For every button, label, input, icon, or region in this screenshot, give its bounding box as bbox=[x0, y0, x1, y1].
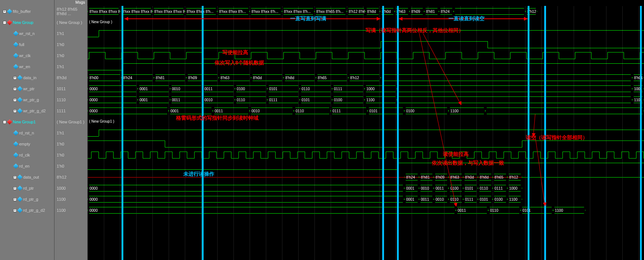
signal-value-New Group: ( New Group ) bbox=[54, 17, 87, 28]
bus-value: 0111 bbox=[332, 85, 365, 92]
signal-name-rd_clk[interactable]: rd_clk bbox=[0, 150, 54, 161]
signal-name-rd_en[interactable]: rd_en bbox=[0, 161, 54, 172]
signal-name-data_out[interactable]: +data_out bbox=[0, 172, 54, 183]
bus-value: 1100 bbox=[507, 196, 522, 203]
wave-row-wr_en bbox=[88, 61, 644, 72]
signal-label: wr_rst_n bbox=[19, 31, 35, 36]
bus-value: 0010 bbox=[250, 108, 294, 114]
signal-diamond-icon bbox=[13, 164, 18, 169]
expand-icon[interactable]: + bbox=[3, 10, 6, 13]
bus-value: 1100 bbox=[365, 96, 397, 103]
expand-icon[interactable]: + bbox=[13, 187, 17, 190]
signal-value-rd_clk: 1'h0 bbox=[54, 150, 87, 161]
signal-label: wr_ptr_g_d2 bbox=[23, 109, 46, 113]
wave-row-rd_ptr_g: 000000010011001001100111010101001100 bbox=[88, 194, 644, 205]
expand-icon[interactable]: + bbox=[13, 176, 17, 179]
bus-value: 0100 bbox=[448, 185, 463, 192]
bus-value: 0011 bbox=[170, 96, 203, 103]
expand-icon[interactable]: + bbox=[13, 76, 17, 80]
signal-value-wr_clk: 1'h0 bbox=[54, 50, 87, 61]
bus-value: 0010 bbox=[434, 196, 448, 203]
signal-name-rd_ptr[interactable]: +rd_ptr bbox=[0, 183, 54, 194]
signal-name-data_in[interactable]: +data_in bbox=[0, 72, 54, 83]
signal-label: data_out bbox=[23, 175, 39, 179]
bus-value: 8'h01 bbox=[632, 74, 644, 81]
signal-name-wr_ptr_g[interactable]: +wr_ptr_g bbox=[0, 94, 54, 105]
signal-name-wr_en[interactable]: wr_en bbox=[0, 61, 54, 72]
signal-name-rd_rst_n[interactable]: rd_rst_n bbox=[0, 127, 54, 138]
signal-value-rd_ptr: 1000 bbox=[54, 183, 87, 194]
bus-value: 8'h65 bbox=[316, 74, 348, 81]
bus-value: 0101 bbox=[267, 85, 300, 92]
read-range-arrow bbox=[399, 18, 528, 19]
bus-value bbox=[381, 74, 632, 81]
expand-icon[interactable]: + bbox=[13, 198, 17, 201]
bus-value bbox=[485, 108, 644, 114]
expand-icon[interactable]: - bbox=[3, 21, 6, 24]
time-cursor[interactable] bbox=[122, 6, 123, 260]
bus-value: 8'h8d bbox=[478, 174, 493, 180]
wave-row-New Group1: ( New Group1 ) bbox=[88, 116, 644, 127]
time-cursor[interactable] bbox=[640, 6, 642, 260]
bus-value bbox=[454, 8, 525, 15]
bus-value: 8'h63 bbox=[219, 74, 251, 81]
bus-value: 8'h12 8 bbox=[525, 8, 537, 15]
signal-diamond-icon bbox=[13, 42, 18, 47]
bus-value: 1100 bbox=[448, 108, 485, 114]
msgs-header: Msgs bbox=[54, 0, 87, 6]
time-cursor[interactable] bbox=[397, 6, 399, 260]
time-cursor[interactable] bbox=[544, 6, 546, 260]
bus-value: 8'h8d bbox=[365, 8, 380, 15]
expand-icon[interactable]: - bbox=[3, 120, 6, 124]
bus-value: 0111 bbox=[493, 185, 507, 192]
wave-row-wr_ptr: 0000000100100011010001010110011110001001 bbox=[88, 83, 644, 94]
bus-value: 1000 bbox=[507, 185, 522, 192]
bus-value: 8'h00 bbox=[88, 74, 122, 81]
waveform-panel[interactable]: 8'hxx 8'hxx 8'hxx 8'hxx 8'...8'hxx 8'hxx… bbox=[88, 0, 644, 260]
wave-row-rd_en bbox=[88, 161, 644, 172]
bus-value: 8'h12 8'h65 bbox=[347, 8, 365, 15]
expand-icon[interactable]: + bbox=[13, 209, 17, 212]
signal-label: wr_clk bbox=[19, 53, 31, 58]
time-ruler bbox=[88, 0, 644, 6]
signal-diamond-icon bbox=[7, 20, 12, 25]
bus-value: 8'h24 bbox=[439, 8, 454, 15]
bus-value: 0011 bbox=[456, 207, 488, 214]
signal-name-New Group[interactable]: -New Group bbox=[0, 17, 54, 28]
time-cursor[interactable] bbox=[382, 6, 384, 260]
signal-name-wr_clk[interactable]: wr_clk bbox=[0, 50, 54, 61]
expand-icon[interactable]: + bbox=[13, 98, 17, 102]
bus-value: 0011 bbox=[419, 196, 434, 203]
wave-row-wr_rst_n bbox=[88, 28, 644, 39]
signal-diamond-icon bbox=[17, 208, 22, 213]
signal-name-wr_ptr[interactable]: +wr_ptr bbox=[0, 83, 54, 94]
bus-value: 0110 bbox=[478, 185, 493, 192]
bus-value: 0011 bbox=[203, 85, 235, 92]
signal-diamond-icon bbox=[17, 108, 22, 113]
time-cursor[interactable] bbox=[528, 6, 529, 260]
signal-name-full[interactable]: full bbox=[0, 39, 54, 50]
expand-icon[interactable]: + bbox=[13, 87, 17, 91]
bus-value: 8'h0d bbox=[251, 74, 284, 81]
signal-label: rd_ptr_g_d2 bbox=[23, 208, 45, 212]
signal-value-wr_ptr_g_d2: 1111 bbox=[54, 105, 87, 116]
signal-name-New Group1[interactable]: -New Group1 bbox=[0, 116, 54, 127]
signal-name-empty[interactable]: empty bbox=[0, 138, 54, 150]
bus-value: 0110 bbox=[300, 85, 332, 92]
bus-value: 8'h24 bbox=[404, 174, 419, 180]
signal-name-wr_ptr_g_d2[interactable]: +wr_ptr_g_d2 bbox=[0, 105, 54, 116]
signal-diamond-icon bbox=[13, 152, 18, 158]
bus-value: 0110 bbox=[448, 196, 463, 203]
bus-value: 0101 bbox=[478, 196, 493, 203]
bus-value: 0000 bbox=[88, 108, 169, 114]
bus-value: 0010 bbox=[419, 185, 434, 192]
bus-value: 8'hxx 8'hxx 8'hxx 8'hxx 8'... bbox=[88, 8, 120, 15]
expand-icon[interactable]: + bbox=[13, 109, 17, 113]
signal-name-fifo_buffer[interactable]: +fifo_buffer bbox=[0, 6, 54, 17]
signal-name-rd_ptr_g[interactable]: +rd_ptr_g bbox=[0, 194, 54, 205]
wave-row-full bbox=[88, 39, 644, 50]
signal-name-rd_ptr_g_d2[interactable]: +rd_ptr_g_d2 bbox=[0, 205, 54, 216]
time-cursor[interactable] bbox=[202, 6, 204, 260]
signal-name-wr_rst_n[interactable]: wr_rst_n bbox=[0, 28, 54, 39]
wave-row-empty bbox=[88, 138, 644, 150]
